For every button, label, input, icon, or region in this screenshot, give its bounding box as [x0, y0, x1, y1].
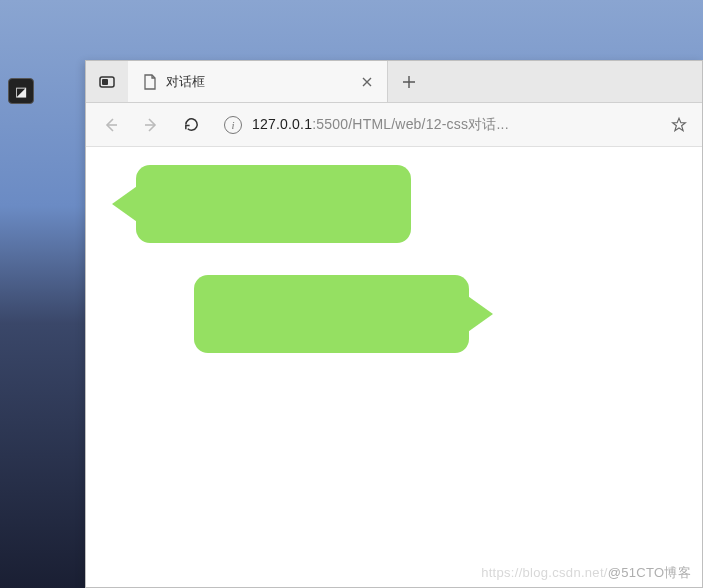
back-button[interactable]	[94, 108, 128, 142]
url-text: 127.0.0.1:5500/HTML/web/12-css对话...	[252, 116, 652, 134]
reload-button[interactable]	[174, 108, 208, 142]
forward-button[interactable]	[134, 108, 168, 142]
url-host: 127.0.0.1	[252, 116, 312, 132]
url-path: /HTML/web/12-css对话...	[348, 116, 509, 132]
arrow-right-icon	[142, 116, 160, 134]
taskbar-app-glyph: ◪	[15, 84, 27, 99]
url-port: :5500	[312, 116, 348, 132]
watermark: https://blog.csdn.net/@51CTO博客	[481, 564, 691, 582]
plus-icon	[402, 75, 416, 89]
close-icon	[362, 77, 372, 87]
page-viewport	[86, 147, 702, 587]
favorite-button[interactable]	[664, 116, 694, 134]
url-input[interactable]: i 127.0.0.1:5500/HTML/web/12-css对话...	[214, 109, 658, 141]
tab-title: 对话框	[166, 73, 349, 91]
svg-rect-1	[102, 79, 108, 85]
browser-tab[interactable]: 对话框	[128, 61, 388, 102]
star-icon	[670, 116, 688, 134]
speech-bubble-left	[136, 165, 411, 243]
tab-close-button[interactable]	[357, 72, 377, 92]
tabs-icon	[99, 74, 115, 90]
taskbar-app-icon[interactable]: ◪	[8, 78, 34, 104]
browser-window: 对话框	[85, 60, 703, 588]
watermark-text: @51CTO博客	[608, 565, 691, 580]
titlebar: 对话框	[86, 61, 702, 103]
window-menu-icon[interactable]	[86, 61, 128, 102]
speech-bubble-right	[194, 275, 469, 353]
site-info-icon[interactable]: i	[224, 116, 242, 134]
arrow-left-icon	[102, 116, 120, 134]
watermark-url: https://blog.csdn.net/	[481, 565, 608, 580]
new-tab-button[interactable]	[388, 61, 430, 102]
reload-icon	[183, 116, 200, 133]
address-bar: i 127.0.0.1:5500/HTML/web/12-css对话...	[86, 103, 702, 147]
page-icon	[142, 74, 158, 90]
